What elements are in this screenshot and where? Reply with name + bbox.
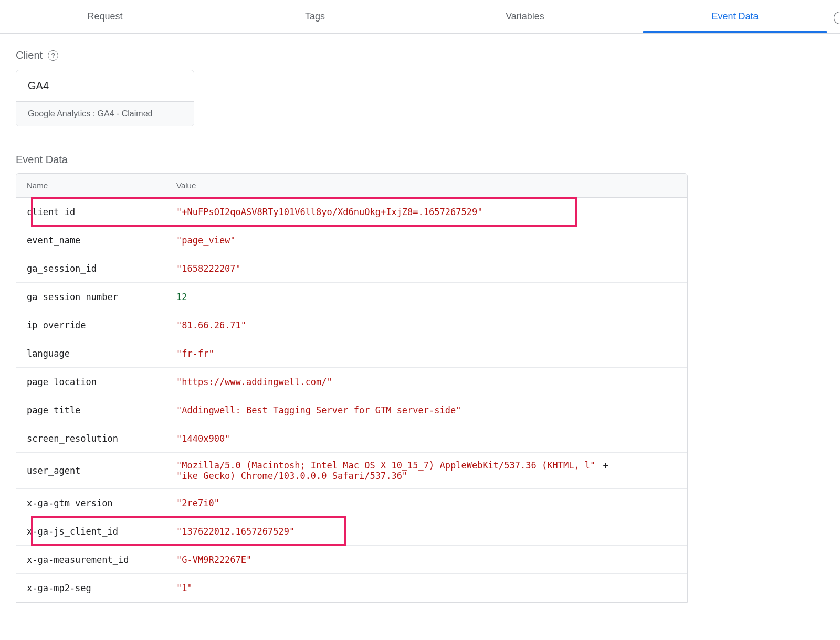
table-row[interactable]: client_id"+NuFPsOI2qoASV8RTy101V6ll8yo/X…: [16, 198, 687, 226]
table-row[interactable]: x-ga-measurement_id"G-VM9R22267E": [16, 546, 687, 574]
row-name: x-ga-gtm_version: [27, 498, 176, 508]
table-row[interactable]: x-ga-gtm_version"2re7i0": [16, 489, 687, 517]
row-value: "137622012.1657267529": [176, 526, 677, 537]
row-name: screen_resolution: [27, 433, 176, 444]
table-row[interactable]: user_agent"Mozilla/5.0 (Macintosh; Intel…: [16, 453, 687, 489]
row-value: "fr-fr": [176, 348, 677, 359]
row-name: user_agent: [27, 465, 176, 476]
row-value: "2re7i0": [176, 498, 677, 508]
client-name: GA4: [16, 70, 194, 101]
tab-request[interactable]: Request: [0, 0, 210, 33]
col-name-header: Name: [27, 181, 176, 190]
tab-tags[interactable]: Tags: [210, 0, 420, 33]
row-value: "Mozilla/5.0 (Macintosh; Intel Mac OS X …: [176, 460, 677, 481]
client-card[interactable]: GA4 Google Analytics : GA4 - Claimed: [16, 70, 194, 126]
event-data-table: Name Value client_id"+NuFPsOI2qoASV8RTy1…: [16, 173, 688, 603]
row-name: ga_session_number: [27, 292, 176, 302]
row-value: "Addingwell: Best Tagging Server for GTM…: [176, 405, 677, 415]
table-row[interactable]: page_title"Addingwell: Best Tagging Serv…: [16, 396, 687, 424]
tab-variables[interactable]: Variables: [420, 0, 630, 33]
row-name: page_location: [27, 377, 176, 387]
help-icon[interactable]: ?: [48, 50, 58, 61]
table-row[interactable]: ga_session_id"1658222207": [16, 254, 687, 283]
row-name: ip_override: [27, 320, 176, 330]
row-value: "https://www.addingwell.com/": [176, 377, 677, 387]
row-name: page_title: [27, 405, 176, 415]
row-value: "+NuFPsOI2qoASV8RTy101V6ll8yo/Xd6nuOkg+I…: [176, 207, 677, 217]
table-row[interactable]: ip_override"81.66.26.71": [16, 311, 687, 339]
table-row[interactable]: screen_resolution"1440x900": [16, 424, 687, 453]
row-value: "81.66.26.71": [176, 320, 677, 330]
table-row[interactable]: ga_session_number12: [16, 283, 687, 311]
table-row[interactable]: x-ga-mp2-seg"1": [16, 574, 687, 602]
row-value: "1658222207": [176, 263, 677, 274]
table-row[interactable]: language"fr-fr": [16, 339, 687, 368]
table-row[interactable]: event_name"page_view": [16, 226, 687, 254]
content-area: Client ? GA4 Google Analytics : GA4 - Cl…: [0, 34, 840, 603]
row-value: "1440x900": [176, 433, 677, 444]
row-value: 12: [176, 292, 677, 302]
table-header: Name Value: [16, 174, 687, 198]
row-value: "1": [176, 583, 677, 593]
row-name: client_id: [27, 207, 176, 217]
client-section-label: Client ?: [16, 49, 824, 61]
row-value: "page_view": [176, 235, 677, 246]
tab-event-data[interactable]: Event Data: [630, 0, 840, 33]
row-name: x-ga-js_client_id: [27, 526, 176, 537]
row-name: ga_session_id: [27, 263, 176, 274]
row-name: event_name: [27, 235, 176, 246]
event-data-label: Event Data: [16, 154, 824, 166]
client-subtitle: Google Analytics : GA4 - Claimed: [16, 101, 194, 126]
row-name: x-ga-measurement_id: [27, 554, 176, 565]
row-name: language: [27, 348, 176, 359]
client-label-text: Client: [16, 49, 43, 61]
col-value-header: Value: [176, 181, 677, 190]
row-name: x-ga-mp2-seg: [27, 583, 176, 593]
table-row[interactable]: x-ga-js_client_id"137622012.1657267529": [16, 517, 687, 546]
row-value: "G-VM9R22267E": [176, 554, 677, 565]
tabs-bar: RequestTagsVariablesEvent Data: [0, 0, 840, 34]
table-row[interactable]: page_location"https://www.addingwell.com…: [16, 368, 687, 396]
